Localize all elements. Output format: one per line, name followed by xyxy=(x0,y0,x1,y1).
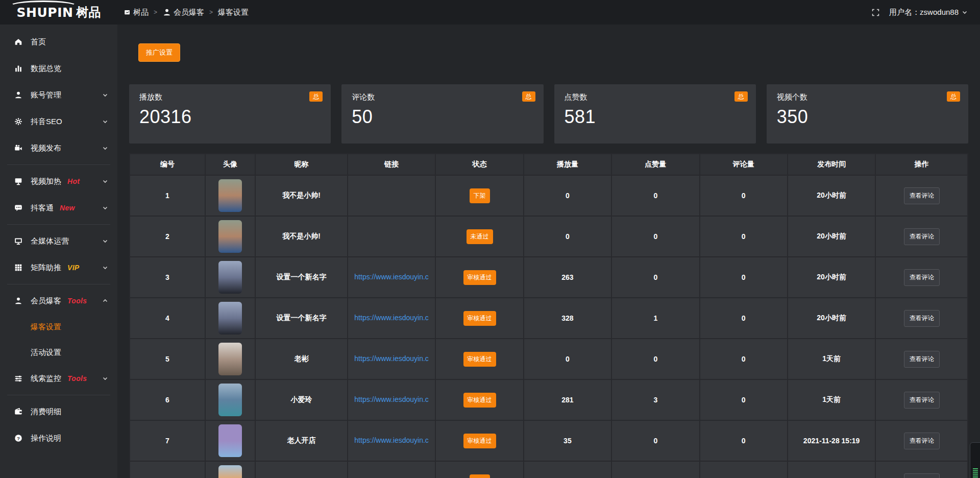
status-badge: 未通过 xyxy=(467,229,493,244)
column-header: 状态 xyxy=(435,154,523,175)
video-table-viewport[interactable]: 编号头像昵称链接状态播放量点赞量评论量发布时间操作 1 我不是小帅! 下架 0 … xyxy=(129,153,968,478)
avatar xyxy=(218,424,242,457)
sidebar-divider xyxy=(7,224,110,225)
stat-card-label: 评论数 xyxy=(352,92,533,102)
status-badge: 审核通过 xyxy=(463,270,496,285)
total-badge: 总 xyxy=(309,91,323,102)
avatar xyxy=(218,261,242,294)
stat-cards: 播放数 总 20316评论数 总 50点赞数 总 581视频个数 总 350 xyxy=(129,84,968,144)
topbar-right: 用户名：zswodun88 xyxy=(871,8,968,17)
publish-time: 20小时前 xyxy=(788,216,875,257)
comment-count: 0 xyxy=(700,216,788,257)
stat-card: 播放数 总 20316 xyxy=(129,84,331,144)
table-row: 1 我不是小帅! 下架 0 0 0 20小时前 查看评论 xyxy=(130,175,968,216)
sidebar-item[interactable]: 首页 xyxy=(0,29,117,55)
status-badge: 下架 xyxy=(470,188,490,203)
breadcrumb-separator: > xyxy=(209,9,213,16)
sidebar-item[interactable]: 抖音SEO xyxy=(0,108,117,135)
chevron-down-icon xyxy=(102,92,108,98)
sidebar-item[interactable]: 全媒体运营 xyxy=(0,228,117,254)
user-icon xyxy=(13,90,23,100)
like-count: 3 xyxy=(611,379,699,420)
play-count: 0 xyxy=(524,175,611,216)
chevron-down-icon xyxy=(102,118,108,125)
fullscreen-icon[interactable] xyxy=(871,8,880,17)
column-header: 编号 xyxy=(130,154,205,175)
row-id: 7 xyxy=(130,420,205,461)
sidebar-item[interactable]: 会员爆客Tools xyxy=(0,288,117,314)
sidebar-item[interactable]: 数据总览 xyxy=(0,55,117,82)
user-icon xyxy=(162,8,172,17)
wallet-icon xyxy=(13,407,23,416)
column-header: 评论量 xyxy=(700,154,788,175)
sidebar-subitem[interactable]: 活动设置 xyxy=(0,340,117,365)
sidebar-item[interactable]: 矩阵助推VIP xyxy=(0,254,117,281)
play-count: 281 xyxy=(524,379,611,420)
app-logo: SHUPIN 树品 xyxy=(0,0,117,25)
view-comments-button[interactable]: 查看评论 xyxy=(904,187,940,204)
breadcrumb-label: 爆客设置 xyxy=(218,8,249,17)
logo-arc xyxy=(9,1,78,12)
username-label: 用户名：zswodun88 xyxy=(889,8,959,17)
stat-card-value: 581 xyxy=(565,106,746,128)
sidebar-item[interactable]: 视频发布 xyxy=(0,135,117,161)
table-row: 7 老人开店 https://www.iesdouyin.c 审核通过 35 0… xyxy=(130,420,968,461)
sidebar-item-label: 全媒体运营 xyxy=(31,236,69,246)
svg-text:?: ? xyxy=(17,436,20,441)
sidebar-item[interactable]: 抖客通New xyxy=(0,195,117,221)
table-row: 8 Midnight 下架 0 0 0 2021-11-28 15:17 查看评… xyxy=(130,461,968,478)
view-comments-button[interactable]: 查看评论 xyxy=(904,351,940,368)
view-comments-button[interactable]: 查看评论 xyxy=(904,473,940,478)
comment-count: 0 xyxy=(700,379,788,420)
sidebar-item[interactable]: 视频加热Hot xyxy=(0,168,117,195)
total-badge: 总 xyxy=(522,91,535,102)
view-comments-button[interactable]: 查看评论 xyxy=(904,433,940,449)
user-menu[interactable]: 用户名：zswodun88 xyxy=(889,8,968,17)
sidebar-subitem[interactable]: 爆客设置 xyxy=(0,314,117,340)
comment-count: 0 xyxy=(700,461,788,478)
publish-time: 20小时前 xyxy=(788,257,875,298)
sidebar-divider xyxy=(7,164,110,165)
sidebar-item-badge: VIP xyxy=(67,264,79,272)
avatar xyxy=(218,179,242,212)
sidebar-item[interactable]: 消费明细 xyxy=(0,398,117,425)
comment-count: 0 xyxy=(700,339,788,379)
sidebar-item[interactable]: ?操作说明 xyxy=(0,425,117,451)
view-comments-button[interactable]: 查看评论 xyxy=(904,228,940,245)
sidebar-divider xyxy=(7,284,110,284)
sidebar-item-label: 首页 xyxy=(31,37,46,47)
floating-widget[interactable] xyxy=(970,442,980,478)
breadcrumb-item[interactable]: 树品 xyxy=(124,8,149,17)
member-icon xyxy=(13,296,23,305)
main-content: 推广设置 播放数 总 20316评论数 总 50点赞数 总 581视频个数 总 … xyxy=(117,25,980,478)
app-window: SHUPIN 树品 树品>会员爆客>爆客设置 用户名：zswodun88 首页数… xyxy=(0,0,980,478)
sidebar: 首页数据总览账号管理抖音SEO视频发布视频加热Hot抖客通New全媒体运营矩阵助… xyxy=(0,25,117,478)
view-comments-button[interactable]: 查看评论 xyxy=(904,310,940,327)
promo-settings-button[interactable]: 推广设置 xyxy=(138,43,180,62)
like-count: 0 xyxy=(611,257,699,298)
breadcrumb-item[interactable]: 会员爆客 xyxy=(162,8,204,17)
stat-card-value: 350 xyxy=(777,106,958,128)
status-badge: 审核通过 xyxy=(463,434,496,448)
view-comments-button[interactable]: 查看评论 xyxy=(904,392,940,409)
sidebar-item[interactable]: 线索监控Tools xyxy=(0,365,117,392)
sidebar-item[interactable]: 账号管理 xyxy=(0,82,117,108)
video-link[interactable]: https://www.iesdouyin.c xyxy=(354,273,429,281)
video-link[interactable]: https://www.iesdouyin.c xyxy=(354,395,429,403)
row-id: 4 xyxy=(130,298,205,339)
chevron-down-icon xyxy=(102,265,108,271)
column-header: 头像 xyxy=(205,154,256,175)
top-bar: SHUPIN 树品 树品>会员爆客>爆客设置 用户名：zswodun88 xyxy=(0,0,980,25)
video-link[interactable]: https://www.iesdouyin.c xyxy=(354,436,429,444)
play-count: 0 xyxy=(524,339,611,379)
video-link[interactable]: https://www.iesdouyin.c xyxy=(354,354,429,363)
column-header: 播放量 xyxy=(524,154,611,175)
breadcrumb-item[interactable]: 爆客设置 xyxy=(218,8,249,17)
video-link[interactable]: https://www.iesdouyin.c xyxy=(354,314,429,322)
view-comments-button[interactable]: 查看评论 xyxy=(904,269,940,286)
column-header: 操作 xyxy=(875,154,968,175)
stat-card-label: 视频个数 xyxy=(777,92,958,102)
sliders-icon xyxy=(13,374,23,383)
sidebar-item-label: 视频发布 xyxy=(31,144,61,153)
sidebar-item-label: 账号管理 xyxy=(31,90,61,100)
